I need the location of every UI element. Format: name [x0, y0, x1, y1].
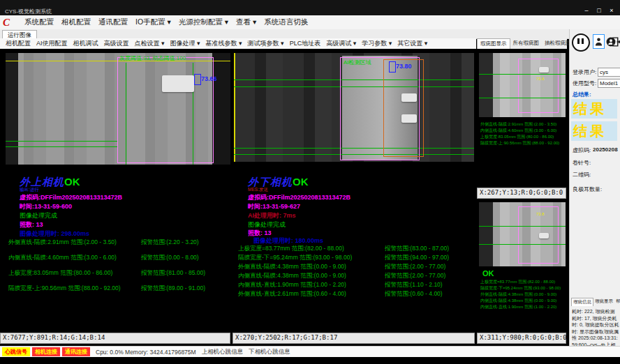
menu-camera-config[interactable]: 相机配置 [61, 17, 91, 27]
left-camera-image[interactable]: 灰度阈值:93, 动态阈值:100 73.66 [6, 53, 230, 165]
camera-name-label: 外上相机 [20, 176, 64, 188]
window-title: CYS-视觉检测系统 [5, 8, 52, 15]
tool-spot-check[interactable]: 点检设置 ▾ [135, 39, 165, 48]
tab-defect-image-display[interactable]: 瑕疵图显示 [477, 38, 510, 49]
pink-detection-box [117, 57, 214, 163]
minimize-button[interactable]: – [581, 6, 592, 15]
toolbar: 相机配置 AI使用配置 相机调试 高级设置 点检设置 ▾ 图像处理 ▾ 基准线参… [0, 38, 476, 50]
menu-system-config[interactable]: 系统配置 [24, 17, 54, 27]
connector-highlight [162, 75, 194, 92]
tool-image-processing[interactable]: 图像处理 ▾ [170, 39, 200, 48]
virtual-barcode-value: 20250208 [593, 146, 618, 153]
tool-plc-address[interactable]: PLC地址表 [290, 39, 321, 48]
center-camera-image[interactable]: AI检测区域 73.80 [234, 53, 474, 162]
thumb-top-coords-readout: X:267;Y:13;R:0;G:0;B:0 [477, 188, 566, 199]
alarm-range: 报警范围:(2.00 - 77.00) [385, 272, 445, 280]
menu-light-config[interactable]: 光源控制配置 ▾ [179, 17, 228, 27]
alarm-range: 报警范围:(1.10 - 2.10) [385, 281, 443, 289]
defect-thumbnail-column: 73.6 外侧直线-隔膜:2.91mm 范围:(2.00 - 3.50) 内侧直… [477, 49, 567, 347]
measurement-row: 隔膜宽度-上:90.56mm 范围:(88.00 - 92.00) 报警范围:(… [8, 282, 225, 297]
tool-camera-config[interactable]: 相机配置 [6, 39, 31, 48]
green-baseline [479, 244, 566, 245]
left-coords-readout: X:7677;Y:891;R:14;G:14;B:14 [0, 333, 230, 344]
menu-language-switch[interactable]: 系统语言切换 [264, 17, 308, 27]
time-label: 时间:13-31-59-627 [248, 202, 300, 211]
tool-baseline-params[interactable]: 基准线参数 ▾ [206, 39, 242, 48]
camera-connection-badge: 相机连接 [32, 347, 60, 356]
image-dark-edge [212, 53, 230, 165]
model-field[interactable]: Model1 [598, 79, 620, 88]
tool-camera-debug[interactable]: 相机调试 [73, 39, 98, 48]
right-control-panel: 登录用户: cys 使用型号: Model1 总结果: 结果 结果 虚拟码: 2… [569, 29, 620, 357]
tool-advanced-settings[interactable]: 高级设置 [104, 39, 129, 48]
measurement-value: 外侧直线-隔膜:2.91mm 范围:(2.00 - 3.50) [8, 238, 117, 247]
tool-test-params[interactable]: 测试项参数 ▾ [248, 39, 284, 48]
defect-image-tabs: 瑕疵图显示 所有瑕疵图 抽检瑕疵图 [477, 38, 567, 50]
login-user-field[interactable]: cys [598, 68, 620, 77]
tab-help-info[interactable]: 帮助信息 [614, 298, 620, 306]
tab-defect-display[interactable]: 瑕疵显示 [593, 298, 614, 306]
left-camera-view: 灰度阈值:93, 动态阈值:100 73.66 外上相机OK 输出:进行 虚拟码… [0, 49, 231, 347]
tool-learning-params[interactable]: 学习参数 ▾ [362, 39, 392, 48]
blue-measure-box [194, 74, 201, 85]
alarm-range: 报警范围:(94.00 - 97.00) [385, 254, 449, 262]
center-camera-view: AI检测区域 73.80 外下相机OK MES:发送 虚拟码:DFFilm202… [232, 49, 475, 347]
measurement-row: 外侧直线-隔膜:2.91mm 范围:(2.00 - 3.50) 报警范围:(2.… [8, 236, 225, 251]
measure-value-overlay: 73.66 [201, 75, 217, 82]
exit-door-icon [612, 37, 620, 47]
reflective-highlight [401, 93, 417, 102]
measurement-value: 隔膜宽度-下=95.24mm 范围:(93.00 - 98.00) [238, 254, 352, 262]
thumb-info-line: 内侧直线-隔膜:4.60mm 范围:(3.00 - 6.00) [480, 128, 559, 134]
tool-advanced-debug[interactable]: 高级调试 ▾ [326, 39, 356, 48]
pause-icon [577, 38, 580, 44]
exit-button[interactable] [610, 34, 620, 49]
total-result-label: 总结果: [573, 91, 591, 98]
green-baseline [6, 141, 117, 142]
alarm-range: 报警范围:(89.00 - 91.00) [141, 285, 205, 293]
app-logo-icon: C [3, 17, 17, 28]
thumb-top-image[interactable]: 73.6 [479, 53, 566, 117]
menu-bar: C 系统配置 相机配置 通讯配置 IO手配置 ▾ 光源控制配置 ▾ 查看 ▾ 系… [0, 15, 620, 30]
status-bar: 心跳信号 相机连接 通讯连接 Cpu: 0.0% Memory: 3424.41… [0, 346, 620, 357]
model-label: 使用型号: [573, 79, 596, 87]
tool-other-settings[interactable]: 其它设置 ▾ [397, 39, 427, 48]
orange-detection-box [383, 59, 424, 157]
thumb-bottom-info: 上极宽度=83.77mm 范围:(82.00 - 88.00) 隔膜宽度-下=9… [480, 279, 561, 310]
mes-status-label: MES:发送 [248, 187, 268, 193]
pause-button[interactable] [572, 33, 590, 52]
good-tab-count-label: 良极耳数量: [573, 185, 602, 193]
close-button[interactable]: × [606, 6, 617, 15]
measurement-value: 上极宽度:83.05mm 范围:(80.00 - 86.00) [8, 269, 112, 278]
result-ok-label: OK [293, 176, 309, 188]
green-baseline [6, 146, 117, 147]
barcode-label: 虚拟码:DFFilm2025020813313472B [20, 193, 122, 202]
maximize-button[interactable]: □ [593, 6, 605, 15]
login-user-label: 登录用户: [573, 68, 596, 76]
menu-io-config[interactable]: IO手配置 ▾ [135, 17, 171, 27]
thumb-bottom-image[interactable]: 73.8 [479, 202, 566, 266]
menu-comm-config[interactable]: 通讯配置 [98, 17, 128, 27]
thumb-info-line: 上极宽度=83.77mm 范围:(82.00 - 88.00) [480, 279, 561, 285]
thumb-info-line: 上极宽度:83.05mm 范围:(80.00 - 86.00) [480, 134, 559, 140]
thumb-info-line: 外侧直线-隔膜:2.91mm 范围:(2.00 - 3.50) [480, 121, 559, 128]
reflective-highlight [401, 114, 417, 123]
tab-defect-info[interactable]: 瑕疵信息 [571, 298, 593, 306]
measurement-row: 内侧直线-直线:1.90mm 范围:(1.00 - 2.20) 报警范围:(1.… [238, 280, 474, 289]
measurement-row: 上极宽度:83.05mm 范围:(80.00 - 86.00) 报警范围:(81… [8, 266, 225, 282]
thumb-info-line: 隔膜宽度-上:90.56mm 范围:(88.00 - 92.00) [480, 140, 559, 146]
bottom-camera-heartbeat-link[interactable]: 下相机心跳信息 [249, 348, 290, 356]
tool-ai-usage-config[interactable]: AI使用配置 [36, 39, 68, 48]
reflective-highlight [539, 67, 549, 73]
image-dark-edge [6, 53, 18, 165]
needle-number-label: 卷针号: [573, 159, 591, 167]
thumb-info-line: 隔膜宽度-下=95.24mm 范围:(93.00 - 98.00) [480, 285, 561, 291]
top-camera-heartbeat-link[interactable]: 上相机心跳信息 [202, 348, 244, 356]
defect-info-tabs: 瑕疵信息 瑕疵显示 帮助信息 [571, 298, 620, 306]
tab-all-defect-images[interactable]: 所有瑕疵图 [510, 38, 542, 49]
menu-view[interactable]: 查看 ▾ [236, 17, 256, 27]
ai-region-overlay-text: AI检测区域 [344, 59, 371, 66]
thumb-info-line: 外侧直线-隔膜:4.38mm 范围:(0.00 - 9.00) [480, 291, 561, 298]
measurement-value: 外侧直线-隔膜:4.38mm 范围:(0.00 - 9.00) [238, 263, 346, 271]
result-block-top: 结果 [571, 99, 617, 119]
user-login-button[interactable] [593, 34, 605, 49]
